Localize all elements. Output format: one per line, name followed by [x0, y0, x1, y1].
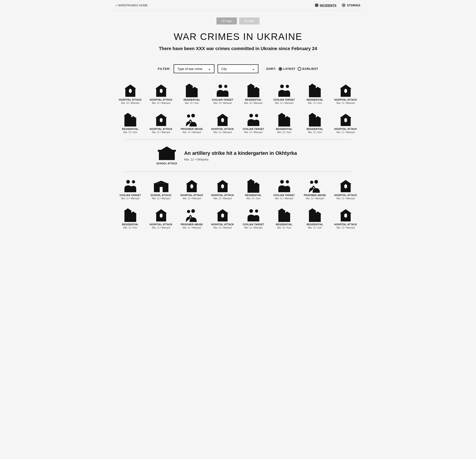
incident-card[interactable]: RESIDENTIALMar. 12 • Kyiv: [177, 81, 207, 106]
navbar: < WIREFRAMES HOME INCIDENTS STORIES: [111, 0, 365, 11]
svg-rect-75: [222, 184, 223, 188]
svg-point-37: [187, 114, 190, 118]
svg-rect-28: [124, 115, 131, 127]
incident-type: RESIDENTIAL: [245, 99, 262, 101]
residential-icon: [277, 207, 291, 222]
incident-card[interactable]: CIVILIAN TARGETMar. 11 • Mariupol: [270, 81, 299, 106]
incident-type: HOSPITAL ATTACK: [150, 223, 172, 226]
svg-marker-29: [124, 113, 132, 116]
incident-card[interactable]: HOSPITAL ATTACKMar. 11 • Mariupol: [331, 206, 360, 230]
incident-type: RESIDENTIAL: [122, 223, 138, 226]
incident-card[interactable]: PRISONER ABUSEMar. 11 • Mariupol: [177, 110, 207, 135]
hospital-icon: [338, 178, 353, 193]
incident-card[interactable]: HOSPITAL ATTACKMar. 11 • Mariupol: [208, 176, 237, 201]
incident-card[interactable]: CIVILIAN TARGETMar. 12 • Mariupol: [208, 81, 237, 106]
svg-marker-103: [217, 209, 229, 213]
svg-point-81: [286, 180, 289, 183]
svg-marker-77: [247, 179, 255, 182]
incident-card[interactable]: RESIDENTIALMar. 12 • Kyiv: [300, 110, 330, 135]
incident-type: RESIDENTIAL: [245, 194, 262, 196]
prisoner-icon: [308, 178, 322, 193]
incident-date: Mar. 11 • Mariupol: [213, 226, 232, 229]
incident-card[interactable]: HOSPITAL ATTACKMar. 11 • Mariupol: [208, 206, 237, 230]
svg-marker-51: [308, 113, 316, 116]
hospital-icon: [215, 178, 230, 193]
nav-incidents[interactable]: INCIDENTS: [315, 3, 337, 7]
svg-rect-22: [315, 89, 321, 97]
incident-card[interactable]: CIVILIAN TARGETMar. 11 • Mariupol: [116, 176, 145, 201]
incident-type: CIVILIAN TARGET: [212, 99, 233, 101]
incidents-dot: [315, 3, 318, 7]
svg-marker-25: [340, 85, 352, 89]
nav-stories[interactable]: STORIES: [342, 3, 360, 7]
featured-incident[interactable]: SCHOOL ATTACK An artillery strike hit a …: [111, 142, 365, 169]
incident-card[interactable]: HOSPITAL ATTACKMar. 11 • Mariupol: [177, 176, 207, 201]
svg-rect-43: [222, 118, 223, 122]
incident-type: HOSPITAL ATTACK: [334, 99, 357, 101]
incident-card[interactable]: RESIDENTIALMar. 11 • Kyiv: [300, 81, 330, 106]
incident-date: Mar. 11 • Mariupol: [183, 131, 201, 134]
incident-card[interactable]: RESIDENTIALMar. 12 • Kyiv: [239, 176, 268, 201]
svg-rect-89: [345, 184, 346, 188]
incident-card[interactable]: HOSPITAL ATTACKMar. 11 • Mariupol: [331, 110, 360, 135]
civilian-icon: [215, 83, 230, 97]
filter-label: FILTER:: [158, 67, 170, 70]
incident-card[interactable]: HOSPITAL ATTACKMar. 11 • Mariupol: [208, 110, 237, 135]
stories-dot: [342, 3, 345, 7]
svg-point-107: [255, 209, 258, 212]
back-link[interactable]: < WIREFRAMES HOME: [116, 4, 148, 7]
incident-date: Mar. 11 • Mariupol: [337, 226, 355, 229]
svg-point-98: [191, 209, 195, 213]
incident-card[interactable]: PRISONER ABUSEMar. 11 • Mariupol: [177, 206, 207, 230]
incident-card[interactable]: PRISONER ABUSEMar. 11 • Mariupol: [300, 176, 330, 201]
school-icon: [154, 178, 168, 193]
incident-card[interactable]: RESIDENTIALMar. 12 • Kyiv: [116, 110, 145, 135]
incident-card[interactable]: RESIDENTIALMar. 12 • Kyiv: [116, 206, 145, 230]
stories-label: STORIES: [347, 4, 360, 7]
incident-grid-row3: CIVILIAN TARGETMar. 11 • Mariupol SCHOOL…: [111, 174, 365, 203]
incident-card[interactable]: HOSPITAL ATTACKMar. 12 • Mariupol: [146, 81, 176, 106]
incident-card[interactable]: SCHOOL ATTACKMar. 11 • Mariupol: [146, 176, 176, 201]
incident-type: PRISONER ABUSE: [181, 223, 203, 226]
incident-card[interactable]: HOSPITAL ATTACKMar. 11 • Mariupol: [146, 110, 176, 135]
city-filter[interactable]: City ⌄: [218, 64, 258, 73]
incident-card[interactable]: RESIDENTIALMar. 12 • Kyiv: [300, 206, 330, 230]
sort-label: SORT:: [266, 67, 276, 70]
sort-latest-label: LATEST: [283, 67, 296, 70]
hospital-icon: [338, 83, 353, 97]
incident-card[interactable]: CIVILIAN TARGETMar. 11 • Mariupol: [239, 206, 268, 230]
incident-type: HOSPITAL ATTACK: [211, 194, 234, 196]
svg-point-45: [255, 114, 258, 117]
incident-date: Mar. 12 • Kyiv: [308, 131, 322, 134]
residential-icon: [246, 83, 261, 97]
svg-rect-119: [345, 213, 346, 218]
svg-rect-27: [345, 89, 346, 93]
incident-date: Mar. 11 • Kyiv: [308, 102, 322, 104]
residential-icon: [246, 178, 261, 193]
incident-card[interactable]: HOSPITAL ATTACKMar. 11 • Mariupol: [331, 176, 360, 201]
incident-card[interactable]: RESIDENTIALMar. 12 • Mariupol: [239, 81, 268, 106]
incident-card[interactable]: CIVILIAN TARGETMar. 11 • Mariupol: [270, 176, 299, 201]
hospital-icon: [215, 207, 230, 222]
sort-earliest[interactable]: EARLIEST: [298, 67, 318, 71]
svg-rect-112: [309, 211, 316, 222]
svg-marker-15: [247, 84, 255, 86]
incident-card[interactable]: HOSPITAL ATTACKMar. 11 • Mariupol: [331, 81, 360, 106]
civilian-icon: [246, 207, 261, 222]
incident-date: Mar. 12 • Kyiv: [277, 226, 291, 229]
sort-latest[interactable]: LATEST: [279, 67, 296, 71]
svg-rect-78: [253, 184, 259, 193]
incident-type: HOSPITAL ATTACK: [211, 128, 234, 130]
featured-divider-top: [125, 139, 351, 140]
logos: AP logo FL logo: [116, 17, 360, 25]
subtitle: There have been XXX war crimes committed…: [116, 45, 360, 52]
city-chevron: ⌄: [252, 67, 255, 71]
incident-card[interactable]: RESIDENTIALMar. 12 • Kyiv: [270, 206, 299, 230]
incident-card[interactable]: CIVILIAN TARGETMar. 11 • Mariupol: [239, 110, 268, 135]
incident-card[interactable]: RESIDENTIALMar. 12 • Kyiv: [270, 110, 299, 135]
incident-date: Mar. 12 • Kyiv: [277, 131, 291, 134]
incident-card[interactable]: HOSPITAL ATTACKMar. 11 • Mariupol: [146, 206, 176, 230]
incident-card[interactable]: HOSPITAL ATTACKMar. 12 • Mariupol: [116, 81, 145, 106]
crime-type-filter[interactable]: Type of war crime ⌄: [174, 64, 214, 73]
svg-point-62: [126, 180, 130, 184]
